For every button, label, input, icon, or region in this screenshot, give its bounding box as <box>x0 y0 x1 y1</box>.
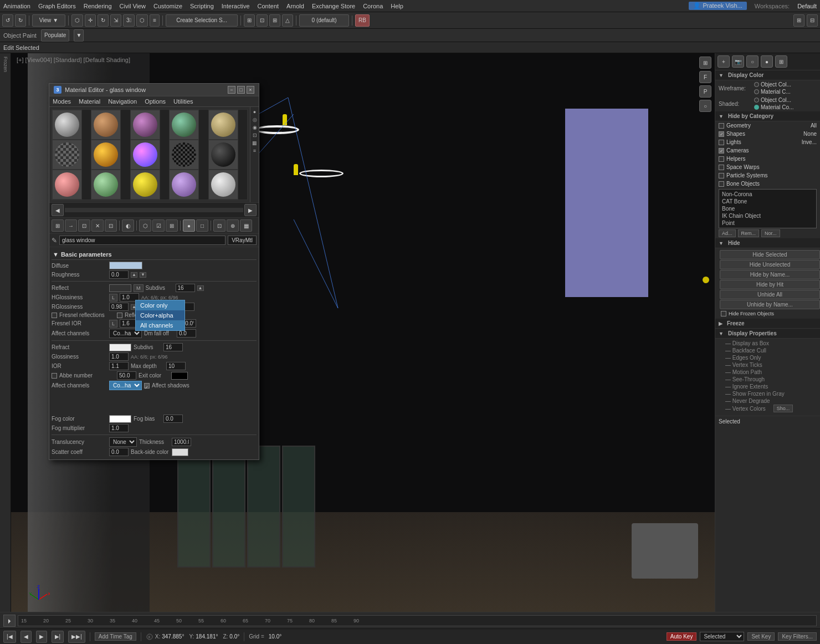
add-time-tag-btn[interactable]: Add Time Tag <box>95 632 136 641</box>
view-btn[interactable]: View ▼ <box>32 14 65 27</box>
rp-icon-grid[interactable]: ⊞ <box>775 55 787 68</box>
mat-cell-2[interactable] <box>130 110 160 140</box>
basic-params-toggle[interactable]: ▼ <box>53 251 59 258</box>
none-btn[interactable]: None <box>803 131 817 137</box>
mat-cell-8[interactable] <box>169 140 199 170</box>
time-controls-prev[interactable]: ◀ <box>20 631 32 643</box>
snap3-btn[interactable]: ⊞ <box>269 14 280 27</box>
invert-btn[interactable]: Inve... <box>802 139 817 145</box>
hide-by-name-btn[interactable]: Hide by Name... <box>720 270 820 279</box>
snap4-btn[interactable]: △ <box>282 14 293 27</box>
dropdown-item-1[interactable]: Color+alpha <box>136 310 184 320</box>
undo-btn[interactable]: ↺ <box>2 14 13 27</box>
me-menu-options[interactable]: Options <box>145 98 166 105</box>
fog-swatch[interactable] <box>109 415 131 423</box>
menu-graph-editors[interactable]: Graph Editors <box>38 3 76 9</box>
mt-box-preview[interactable]: □ <box>196 219 208 232</box>
set-key-btn[interactable]: Set Key <box>747 632 775 641</box>
reflect-swatch[interactable] <box>109 284 131 292</box>
dropdown-item-2[interactable]: All channels <box>136 320 184 330</box>
roughness-down[interactable]: ▼ <box>140 272 146 278</box>
rp-icon-camera[interactable]: 📷 <box>732 55 744 68</box>
rp-icon-sphere[interactable]: ● <box>761 55 773 68</box>
abbe-checkbox[interactable] <box>52 373 57 379</box>
vertex-colors-show-btn[interactable]: Sho... <box>773 405 793 412</box>
menu-interactive[interactable]: Interactive <box>222 3 250 9</box>
listbox-item-2[interactable]: Bone <box>720 205 815 212</box>
mt-put-to-scene[interactable]: → <box>65 219 77 232</box>
mt-reset[interactable]: ✕ <box>91 219 104 232</box>
mat-scroll-left[interactable]: ◀ <box>52 204 64 216</box>
ribbon-btn[interactable]: ⊟ <box>807 14 818 27</box>
rp-icon-plus[interactable]: + <box>718 55 730 68</box>
hide-selected-btn[interactable]: Hide Selected <box>720 250 820 259</box>
hide-unselected-btn[interactable]: Hide Unselected <box>720 260 820 269</box>
mat-scrollbar[interactable] <box>65 208 243 212</box>
wireframe-mat-radio[interactable] <box>754 89 759 94</box>
me-menu-material[interactable]: Material <box>79 98 100 105</box>
user-profile[interactable]: 👤 Prateek Vish... <box>689 2 746 10</box>
timeline-play-btn[interactable]: ⏵ <box>3 615 16 627</box>
mat-side-btn-4[interactable]: ⊡ <box>253 132 257 138</box>
roughness-input[interactable] <box>109 270 129 279</box>
create-selection-btn[interactable]: Create Selection S... <box>166 14 238 27</box>
mat-scroll-right[interactable]: ▶ <box>244 204 257 216</box>
mat-side-btn-5[interactable]: ▦ <box>252 140 257 146</box>
menu-content[interactable]: Content <box>258 3 279 9</box>
win-maximize[interactable]: □ <box>237 86 245 94</box>
menu-scripting[interactable]: Scripting <box>190 3 214 9</box>
layer-manager-btn[interactable]: ⊞ <box>793 14 804 27</box>
mat-side-btn-2[interactable]: ◎ <box>253 117 257 122</box>
mat-cell-3[interactable] <box>169 110 199 140</box>
left-frozen-btn[interactable]: Frozen <box>2 55 9 73</box>
display-props-toggle[interactable]: ▼ <box>719 331 724 336</box>
geometry-checkbox[interactable] <box>719 123 724 129</box>
menu-civil-view[interactable]: Civil View <box>120 3 146 9</box>
space-warps-checkbox[interactable] <box>719 165 724 170</box>
hide-toggle[interactable]: ▼ <box>719 241 724 246</box>
populate-icon[interactable]: ▼ <box>74 29 84 42</box>
fresnel-checkbox[interactable] <box>52 313 57 318</box>
mat-cell-9[interactable] <box>208 140 238 170</box>
rgloss-input[interactable] <box>109 303 129 311</box>
time-controls-end[interactable]: ▶▶| <box>68 631 85 643</box>
scale-btn[interactable]: ⇲ <box>110 14 121 27</box>
unhide-all-btn[interactable]: Unhide All <box>720 290 820 299</box>
mat-cell-11[interactable] <box>91 170 121 200</box>
populate-btn[interactable]: Populate <box>41 29 69 42</box>
rb-btn[interactable]: RB <box>355 14 370 27</box>
all-btn[interactable]: All <box>811 122 817 129</box>
mirror-btn[interactable]: ⬡ <box>136 14 148 27</box>
helpers-checkbox[interactable] <box>719 156 724 162</box>
named-selection-btn[interactable]: 0 (default) <box>299 14 349 27</box>
diffuse-swatch[interactable] <box>109 262 142 269</box>
me-menu-modes[interactable]: Modes <box>53 98 71 105</box>
mat-side-btn-1[interactable]: ● <box>253 109 256 115</box>
thickness-input[interactable] <box>172 438 191 446</box>
mat-cell-6[interactable] <box>91 140 121 170</box>
auto-key-btn[interactable]: Auto Key <box>667 632 697 641</box>
workspace-default[interactable]: Default <box>797 3 817 9</box>
mat-cell-10[interactable] <box>52 170 82 200</box>
reflect-back-checkbox[interactable] <box>117 313 122 318</box>
shaded-obj-radio[interactable] <box>754 98 759 103</box>
hide-cat-toggle[interactable]: ▼ <box>719 114 724 119</box>
mt-magnify[interactable]: ⊕ <box>227 219 239 232</box>
mat-cell-7[interactable] <box>130 140 160 170</box>
mt-get-material[interactable]: ⊞ <box>52 219 64 232</box>
mt-show-tex[interactable]: ☑ <box>152 219 165 232</box>
exit-color-swatch[interactable] <box>171 372 188 380</box>
refract-swatch[interactable] <box>109 344 131 351</box>
affect2-select[interactable]: Co...ha <box>109 381 142 390</box>
menu-help[interactable]: Help <box>391 3 403 9</box>
subdivs-up[interactable]: ▲ <box>197 285 204 291</box>
scatter-input[interactable] <box>109 448 129 456</box>
align-btn[interactable]: ≡ <box>150 14 160 27</box>
mat-side-btn-3[interactable]: ◉ <box>253 125 257 130</box>
rotate-btn[interactable]: ↻ <box>98 14 109 27</box>
hgloss-l-btn[interactable]: L <box>109 294 117 301</box>
mt-shader-type[interactable]: ◐ <box>122 219 134 232</box>
me-menu-utilities[interactable]: Utilities <box>173 98 193 105</box>
dropdown-item-0[interactable]: Color only <box>136 300 184 310</box>
listbox-item-3[interactable]: IK Chain Object <box>720 212 815 219</box>
